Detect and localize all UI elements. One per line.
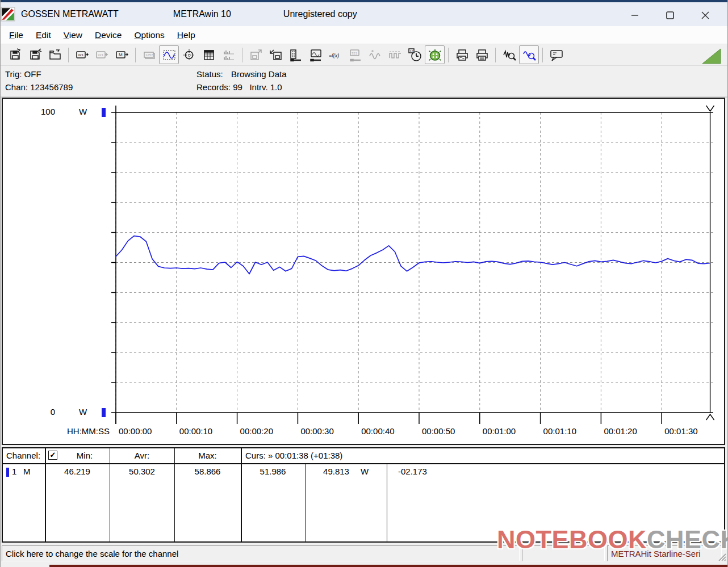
table-data-row[interactable]: 1 M 46.219 50.302 58.866 51.986 49.813 W… xyxy=(3,464,724,541)
scope-view-icon xyxy=(182,48,196,62)
svg-text:321: 321 xyxy=(78,53,84,57)
statusbar-hint-text: Click here to change the scale for the c… xyxy=(6,549,178,558)
app-logo-icon xyxy=(1,7,15,22)
read-device-button[interactable]: 321 xyxy=(72,45,92,64)
chart-panel: 100 W 0 W HH:MM:SS 00:00:0000:00:1000:00… xyxy=(2,98,725,445)
cursor-unit: W xyxy=(361,467,378,476)
hint-button[interactable] xyxy=(546,45,566,64)
toolbar-separator xyxy=(242,48,242,62)
zoom-in-icon xyxy=(522,48,536,62)
avr-value: 50.302 xyxy=(110,467,174,476)
svg-text:00:01:10: 00:01:10 xyxy=(543,426,576,436)
cursor-delta-value: -02.173 xyxy=(398,467,449,476)
close-button[interactable] xyxy=(688,5,723,26)
channel-number: 1 xyxy=(12,467,20,476)
toolbar-separator xyxy=(542,48,543,62)
svg-text:M: M xyxy=(119,52,123,57)
channel-list: Chan: 123456789 xyxy=(5,82,73,92)
resize-grip-icon[interactable] xyxy=(718,553,726,561)
avr-column-header: Avr: xyxy=(110,451,174,460)
time-sync-icon: 12 xyxy=(408,48,422,62)
print-button[interactable] xyxy=(472,45,492,64)
min-column-header: Min: xyxy=(60,451,110,460)
channel-visibility-checkbox[interactable]: ✓ xyxy=(48,451,57,460)
time-sync-button[interactable]: 12 xyxy=(405,45,425,64)
svg-text:00:00:50: 00:00:50 xyxy=(422,426,455,436)
analog-signal-button xyxy=(365,45,385,64)
svg-text:00:00:00: 00:00:00 xyxy=(119,426,152,436)
digital-signal-icon xyxy=(388,48,402,62)
svg-text:00:00:40: 00:00:40 xyxy=(361,426,394,436)
print-icon xyxy=(475,48,489,62)
table-view-icon xyxy=(202,48,216,62)
svg-text:00:01:30: 00:01:30 xyxy=(664,426,697,436)
chart-view-button[interactable] xyxy=(159,45,179,64)
title-bar: GOSSEN METRAWATT METRAwin 10 Unregistere… xyxy=(1,0,727,26)
zoom-in-button[interactable] xyxy=(519,45,539,64)
formula-button[interactable]: =f(x) xyxy=(325,45,345,64)
svg-text:00:01:20: 00:01:20 xyxy=(604,426,637,436)
scope-view-button[interactable] xyxy=(179,45,199,64)
min-value: 46.219 xyxy=(45,467,110,476)
channel-color-marker xyxy=(6,468,9,477)
table-header-row: Channel: ✓ Min: Avr: Max: Curs: » 00:01:… xyxy=(3,448,724,464)
toolbar-separator xyxy=(495,48,496,62)
status-value: Browsing Data xyxy=(231,69,287,79)
toolbar-separator xyxy=(68,48,69,62)
print-preview-button[interactable] xyxy=(452,45,472,64)
device-monitor-button[interactable] xyxy=(306,45,325,64)
read-memory-button[interactable]: M xyxy=(112,45,132,64)
histogram-view-icon xyxy=(222,48,236,62)
menu-device[interactable]: Device xyxy=(89,28,128,43)
corner-triangle-icon xyxy=(699,48,722,65)
minimize-icon xyxy=(630,10,640,20)
measurement-table: Channel: ✓ Min: Avr: Max: Curs: » 00:01:… xyxy=(2,447,725,543)
max-column-header: Max: xyxy=(174,451,241,460)
chart-plot-area[interactable]: 00:00:0000:00:1000:00:2000:00:3000:00:40… xyxy=(3,99,724,444)
menu-edit[interactable]: Edit xyxy=(30,28,57,43)
open-file-button[interactable] xyxy=(45,45,65,64)
svg-text:00:01:00: 00:01:00 xyxy=(483,426,516,436)
toolbar: 321 321 M 1257 =f(x) 321 12 xyxy=(1,44,727,66)
channel-config-icon xyxy=(289,48,303,62)
license-status: Unregistered copy xyxy=(283,9,357,19)
svg-text:00:00:10: 00:00:10 xyxy=(179,426,212,436)
write-device-icon: 321 xyxy=(95,48,109,62)
zoom-out-button[interactable] xyxy=(499,45,519,64)
channel-config-button[interactable] xyxy=(286,45,306,64)
chart-view-icon xyxy=(162,48,176,62)
record-timer-button[interactable] xyxy=(425,45,445,64)
channel-mode: M xyxy=(23,467,35,476)
maximize-button[interactable] xyxy=(652,5,688,26)
maximize-icon xyxy=(665,10,675,20)
menu-help[interactable]: Help xyxy=(171,28,202,43)
minimize-button[interactable] xyxy=(617,5,652,26)
save-file-button[interactable] xyxy=(5,45,25,64)
save-as-button[interactable] xyxy=(25,45,45,64)
digital-signal-button xyxy=(385,45,405,64)
close-icon xyxy=(700,10,710,20)
menu-bar: File Edit View Device Options Help xyxy=(1,26,727,44)
device-settings-icon: 321 xyxy=(349,48,362,62)
print-preview-icon xyxy=(455,48,469,62)
app-brand: GOSSEN METRAWATT xyxy=(21,9,119,19)
statusbar-hint-cell[interactable]: Click here to change the scale for the c… xyxy=(2,545,520,561)
analog-signal-icon xyxy=(369,48,382,62)
toolbar-separator xyxy=(448,48,449,62)
cursor-a-value: 51.986 xyxy=(241,467,305,476)
read-device-icon: 321 xyxy=(76,48,89,62)
export-file-button xyxy=(246,45,266,64)
acquisition-info-panel: Trig: OFF Chan: 123456789 Status: Browsi… xyxy=(1,66,727,98)
app-title: METRAwin 10 xyxy=(173,9,231,19)
histogram-view-button xyxy=(219,45,239,64)
read-memory-icon: M xyxy=(115,48,129,62)
menu-options[interactable]: Options xyxy=(128,28,170,43)
statusbar-empty-cell xyxy=(522,545,605,561)
import-file-button[interactable] xyxy=(266,45,286,64)
svg-text:1257: 1257 xyxy=(145,53,153,57)
table-view-button[interactable] xyxy=(199,45,219,64)
numeric-view-icon: 1257 xyxy=(143,48,156,62)
menu-view[interactable]: View xyxy=(57,28,89,43)
menu-file[interactable]: File xyxy=(3,28,30,43)
write-device-button: 321 xyxy=(92,45,112,64)
